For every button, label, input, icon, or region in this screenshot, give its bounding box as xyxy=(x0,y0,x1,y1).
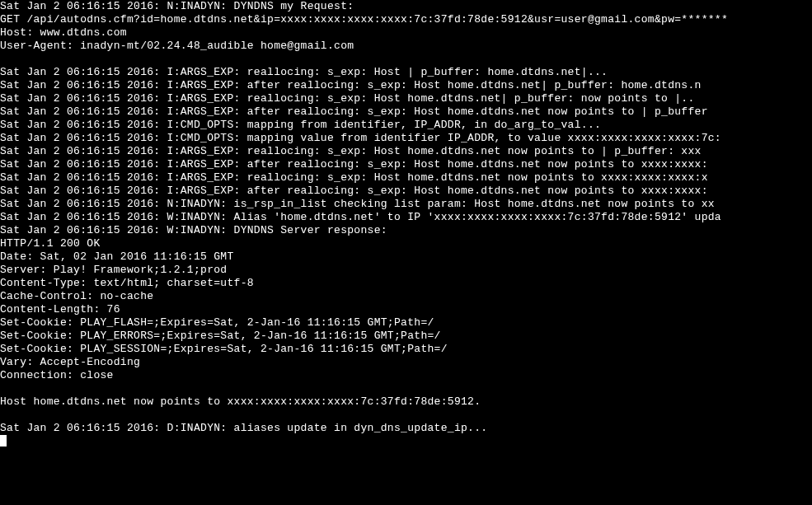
log-line: Date: Sat, 02 Jan 2016 11:16:15 GMT xyxy=(0,250,812,264)
log-line: Set-Cookie: PLAY_SESSION=;Expires=Sat, 2… xyxy=(0,343,812,356)
log-line xyxy=(0,53,812,66)
log-line: Content-Type: text/html; charset=utf-8 xyxy=(0,277,812,290)
log-line: HTTP/1.1 200 OK xyxy=(0,237,812,250)
log-line: Content-Length: 76 xyxy=(0,303,812,316)
log-line: Host home.dtdns.net now points to xxxx:x… xyxy=(0,395,812,409)
log-line: Sat Jan 2 06:16:15 2016: I:ARGS_EXP: rea… xyxy=(0,92,812,105)
log-line: Sat Jan 2 06:16:15 2016: I:ARGS_EXP: aft… xyxy=(0,158,812,171)
log-line: Sat Jan 2 06:16:15 2016: I:ARGS_EXP: aft… xyxy=(0,79,812,92)
log-line xyxy=(0,382,812,395)
terminal-output[interactable]: Sat Jan 2 06:16:15 2016: N:INADYN: DYNDN… xyxy=(0,0,812,447)
cursor-line[interactable] xyxy=(0,434,812,447)
cursor-icon xyxy=(0,435,7,447)
log-line xyxy=(0,409,812,422)
log-line: Vary: Accept-Encoding xyxy=(0,356,812,369)
log-line: User-Agent: inadyn-mt/02.24.48_audible h… xyxy=(0,40,812,53)
log-line: Sat Jan 2 06:16:15 2016: W:INADYN: Alias… xyxy=(0,211,812,224)
log-line: Sat Jan 2 06:16:15 2016: I:CMD_OPTS: map… xyxy=(0,119,812,132)
log-line: Server: Play! Framework;1.2.1;prod xyxy=(0,264,812,277)
log-line: Sat Jan 2 06:16:15 2016: N:INADYN: is_rs… xyxy=(0,198,812,211)
log-line: Cache-Control: no-cache xyxy=(0,290,812,303)
log-line: Sat Jan 2 06:16:15 2016: D:INADYN: alias… xyxy=(0,422,812,435)
log-line: Sat Jan 2 06:16:15 2016: I:ARGS_EXP: rea… xyxy=(0,145,812,158)
log-line: Sat Jan 2 06:16:15 2016: N:INADYN: DYNDN… xyxy=(0,0,812,13)
log-line: Sat Jan 2 06:16:15 2016: I:ARGS_EXP: rea… xyxy=(0,66,812,79)
log-line: Sat Jan 2 06:16:15 2016: I:ARGS_EXP: aft… xyxy=(0,185,812,198)
log-line: Host: www.dtdns.com xyxy=(0,26,812,40)
log-line: Sat Jan 2 06:16:15 2016: I:ARGS_EXP: rea… xyxy=(0,171,812,185)
log-line: Sat Jan 2 06:16:15 2016: I:CMD_OPTS: map… xyxy=(0,132,812,145)
log-line: Sat Jan 2 06:16:15 2016: W:INADYN: DYNDN… xyxy=(0,224,812,237)
log-line: GET /api/autodns.cfm?id=home.dtdns.net&i… xyxy=(0,13,812,26)
log-line: Sat Jan 2 06:16:15 2016: I:ARGS_EXP: aft… xyxy=(0,105,812,119)
log-line: Set-Cookie: PLAY_ERRORS=;Expires=Sat, 2-… xyxy=(0,330,812,343)
log-line: Set-Cookie: PLAY_FLASH=;Expires=Sat, 2-J… xyxy=(0,316,812,330)
log-line: Connection: close xyxy=(0,369,812,382)
